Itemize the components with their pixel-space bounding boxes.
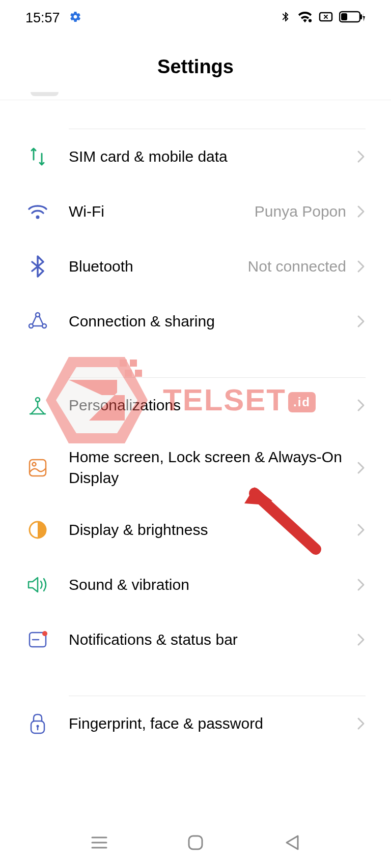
chevron-right-icon bbox=[356, 398, 366, 412]
list-top-edge bbox=[0, 92, 391, 100]
personalizations-icon bbox=[25, 393, 50, 417]
row-label: SIM card & mobile data bbox=[69, 146, 356, 167]
chevron-right-icon bbox=[356, 461, 366, 475]
status-time: 15:57 bbox=[25, 10, 60, 26]
row-label: Display & brightness bbox=[69, 520, 356, 541]
row-bluetooth[interactable]: Bluetooth Not connected bbox=[25, 239, 366, 294]
svg-point-15 bbox=[42, 631, 47, 636]
screen-box-icon bbox=[319, 11, 333, 25]
bluetooth-icon bbox=[25, 254, 50, 279]
page-title: Settings bbox=[0, 56, 391, 78]
gear-icon bbox=[69, 11, 81, 25]
row-sim-card-mobile-data[interactable]: SIM card & mobile data bbox=[25, 129, 366, 184]
wifi-status-icon bbox=[297, 11, 313, 25]
svg-rect-28 bbox=[189, 836, 202, 849]
nav-home-button[interactable] bbox=[184, 831, 207, 854]
row-wifi[interactable]: Wi-Fi Punya Popon bbox=[25, 184, 366, 239]
chevron-right-icon bbox=[356, 259, 366, 274]
svg-point-0 bbox=[309, 19, 312, 22]
row-fingerprint-face-password[interactable]: Fingerprint, face & password bbox=[25, 696, 366, 751]
chevron-right-icon bbox=[356, 523, 366, 537]
row-display-brightness[interactable]: Display & brightness bbox=[25, 502, 366, 557]
row-personalizations[interactable]: Personalizations bbox=[25, 378, 366, 433]
chevron-right-icon bbox=[356, 633, 366, 647]
chevron-right-icon bbox=[356, 716, 366, 731]
nav-recent-button[interactable] bbox=[88, 831, 110, 854]
sim-data-icon bbox=[25, 144, 50, 169]
row-homescreen-lockscreen-aod[interactable]: Home screen, Lock screen & Always-On Dis… bbox=[25, 433, 366, 502]
chevron-right-icon bbox=[356, 204, 366, 219]
display-icon bbox=[25, 518, 50, 542]
fingerprint-lock-icon bbox=[25, 711, 50, 736]
settings-list: SIM card & mobile data Wi-Fi Punya Popon… bbox=[0, 100, 391, 751]
svg-rect-3 bbox=[341, 13, 347, 20]
row-label: Wi-Fi bbox=[69, 201, 255, 222]
row-label: Fingerprint, face & password bbox=[69, 713, 356, 734]
previous-item-peek bbox=[31, 92, 59, 96]
row-notifications-statusbar[interactable]: Notifications & status bar bbox=[25, 612, 366, 667]
chevron-right-icon bbox=[356, 314, 366, 328]
status-right bbox=[280, 10, 366, 26]
navigation-bar bbox=[0, 831, 391, 854]
status-bar: 15:57 bbox=[0, 0, 391, 36]
row-label: Notifications & status bar bbox=[69, 630, 356, 650]
row-sound-vibration[interactable]: Sound & vibration bbox=[25, 557, 366, 612]
notifications-icon bbox=[25, 627, 50, 652]
status-left: 15:57 bbox=[25, 10, 81, 26]
chevron-right-icon bbox=[356, 578, 366, 592]
row-value: Punya Popon bbox=[255, 203, 346, 220]
svg-point-5 bbox=[36, 216, 40, 219]
svg-point-11 bbox=[33, 462, 36, 466]
connection-icon bbox=[25, 309, 50, 334]
row-label: Connection & sharing bbox=[69, 311, 356, 332]
row-label: Sound & vibration bbox=[69, 575, 356, 595]
svg-rect-10 bbox=[30, 460, 46, 476]
nav-back-button[interactable] bbox=[281, 831, 303, 854]
sound-icon bbox=[25, 573, 50, 597]
row-value: Not connected bbox=[248, 258, 346, 275]
svg-rect-4 bbox=[360, 14, 362, 19]
chevron-right-icon bbox=[356, 149, 366, 164]
wifi-icon bbox=[25, 199, 50, 224]
row-label: Bluetooth bbox=[69, 256, 248, 277]
row-connection-sharing[interactable]: Connection & sharing bbox=[25, 294, 366, 349]
homescreen-icon bbox=[25, 456, 50, 480]
row-label: Personalizations bbox=[69, 395, 356, 416]
page-header: Settings bbox=[0, 36, 391, 92]
battery-charging-icon bbox=[339, 10, 366, 25]
row-label: Home screen, Lock screen & Always-On Dis… bbox=[69, 447, 356, 488]
bluetooth-status-icon bbox=[280, 10, 291, 26]
